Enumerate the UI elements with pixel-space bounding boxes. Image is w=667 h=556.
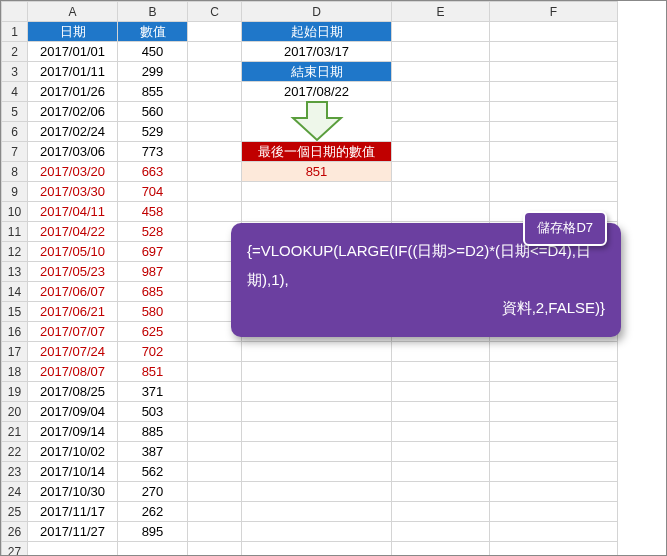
cell-A11[interactable]: 2017/04/22 <box>28 222 118 242</box>
cell-F22[interactable] <box>490 442 618 462</box>
cell-E19[interactable] <box>392 382 490 402</box>
cell-E23[interactable] <box>392 462 490 482</box>
cell-B24[interactable]: 270 <box>118 482 188 502</box>
cell-C10[interactable] <box>188 202 242 222</box>
col-header-B[interactable]: B <box>118 2 188 22</box>
cell-F6[interactable] <box>490 122 618 142</box>
cell-F24[interactable] <box>490 482 618 502</box>
cell-B12[interactable]: 697 <box>118 242 188 262</box>
cell-B9[interactable]: 704 <box>118 182 188 202</box>
cell-F2[interactable] <box>490 42 618 62</box>
cell-F26[interactable] <box>490 522 618 542</box>
cell-F25[interactable] <box>490 502 618 522</box>
cell-A18[interactable]: 2017/08/07 <box>28 362 118 382</box>
col-header-C[interactable]: C <box>188 2 242 22</box>
row-header-5[interactable]: 5 <box>2 102 28 122</box>
cell-D18[interactable] <box>242 362 392 382</box>
cell-B11[interactable]: 528 <box>118 222 188 242</box>
cell-A4[interactable]: 2017/01/26 <box>28 82 118 102</box>
cell-B1[interactable]: 數值 <box>118 22 188 42</box>
cell-B26[interactable]: 895 <box>118 522 188 542</box>
row-header-7[interactable]: 7 <box>2 142 28 162</box>
cell-D20[interactable] <box>242 402 392 422</box>
cell-B18[interactable]: 851 <box>118 362 188 382</box>
cell-D8[interactable]: 851 <box>242 162 392 182</box>
cell-F3[interactable] <box>490 62 618 82</box>
select-all-corner[interactable] <box>2 2 28 22</box>
row-header-15[interactable]: 15 <box>2 302 28 322</box>
cell-B7[interactable]: 773 <box>118 142 188 162</box>
cell-A5[interactable]: 2017/02/06 <box>28 102 118 122</box>
row-header-10[interactable]: 10 <box>2 202 28 222</box>
row-header-20[interactable]: 20 <box>2 402 28 422</box>
cell-B17[interactable]: 702 <box>118 342 188 362</box>
cell-C9[interactable] <box>188 182 242 202</box>
cell-A2[interactable]: 2017/01/01 <box>28 42 118 62</box>
cell-B13[interactable]: 987 <box>118 262 188 282</box>
cell-D19[interactable] <box>242 382 392 402</box>
cell-A26[interactable]: 2017/11/27 <box>28 522 118 542</box>
cell-A3[interactable]: 2017/01/11 <box>28 62 118 82</box>
cell-C24[interactable] <box>188 482 242 502</box>
cell-D24[interactable] <box>242 482 392 502</box>
cell-C6[interactable] <box>188 122 242 142</box>
row-header-17[interactable]: 17 <box>2 342 28 362</box>
col-header-D[interactable]: D <box>242 2 392 22</box>
cell-A16[interactable]: 2017/07/07 <box>28 322 118 342</box>
cell-A22[interactable]: 2017/10/02 <box>28 442 118 462</box>
cell-B14[interactable]: 685 <box>118 282 188 302</box>
cell-C27[interactable] <box>188 542 242 557</box>
cell-D9[interactable] <box>242 182 392 202</box>
cell-A14[interactable]: 2017/06/07 <box>28 282 118 302</box>
cell-A10[interactable]: 2017/04/11 <box>28 202 118 222</box>
cell-E25[interactable] <box>392 502 490 522</box>
row-header-18[interactable]: 18 <box>2 362 28 382</box>
cell-B25[interactable]: 262 <box>118 502 188 522</box>
cell-F17[interactable] <box>490 342 618 362</box>
cell-A25[interactable]: 2017/11/17 <box>28 502 118 522</box>
cell-E7[interactable] <box>392 142 490 162</box>
cell-F7[interactable] <box>490 142 618 162</box>
cell-C20[interactable] <box>188 402 242 422</box>
cell-B20[interactable]: 503 <box>118 402 188 422</box>
row-header-23[interactable]: 23 <box>2 462 28 482</box>
row-header-27[interactable]: 27 <box>2 542 28 557</box>
cell-D17[interactable] <box>242 342 392 362</box>
cell-D21[interactable] <box>242 422 392 442</box>
cell-E10[interactable] <box>392 202 490 222</box>
cell-D7[interactable]: 最後一個日期的數值 <box>242 142 392 162</box>
cell-A20[interactable]: 2017/09/04 <box>28 402 118 422</box>
cell-C26[interactable] <box>188 522 242 542</box>
cell-A9[interactable]: 2017/03/30 <box>28 182 118 202</box>
cell-C25[interactable] <box>188 502 242 522</box>
row-header-6[interactable]: 6 <box>2 122 28 142</box>
cell-E22[interactable] <box>392 442 490 462</box>
cell-C21[interactable] <box>188 422 242 442</box>
cell-C18[interactable] <box>188 362 242 382</box>
cell-F9[interactable] <box>490 182 618 202</box>
cell-A12[interactable]: 2017/05/10 <box>28 242 118 262</box>
cell-E27[interactable] <box>392 542 490 557</box>
row-header-12[interactable]: 12 <box>2 242 28 262</box>
cell-E26[interactable] <box>392 522 490 542</box>
cell-A1[interactable]: 日期 <box>28 22 118 42</box>
row-header-26[interactable]: 26 <box>2 522 28 542</box>
cell-C17[interactable] <box>188 342 242 362</box>
cell-B16[interactable]: 625 <box>118 322 188 342</box>
col-header-F[interactable]: F <box>490 2 618 22</box>
cell-B10[interactable]: 458 <box>118 202 188 222</box>
row-header-25[interactable]: 25 <box>2 502 28 522</box>
cell-C1[interactable] <box>188 22 242 42</box>
row-header-1[interactable]: 1 <box>2 22 28 42</box>
cell-B21[interactable]: 885 <box>118 422 188 442</box>
cell-E21[interactable] <box>392 422 490 442</box>
cell-B22[interactable]: 387 <box>118 442 188 462</box>
cell-E1[interactable] <box>392 22 490 42</box>
cell-D27[interactable] <box>242 542 392 557</box>
cell-A17[interactable]: 2017/07/24 <box>28 342 118 362</box>
cell-A7[interactable]: 2017/03/06 <box>28 142 118 162</box>
cell-B8[interactable]: 663 <box>118 162 188 182</box>
cell-D5[interactable] <box>242 102 392 122</box>
row-header-3[interactable]: 3 <box>2 62 28 82</box>
cell-F5[interactable] <box>490 102 618 122</box>
